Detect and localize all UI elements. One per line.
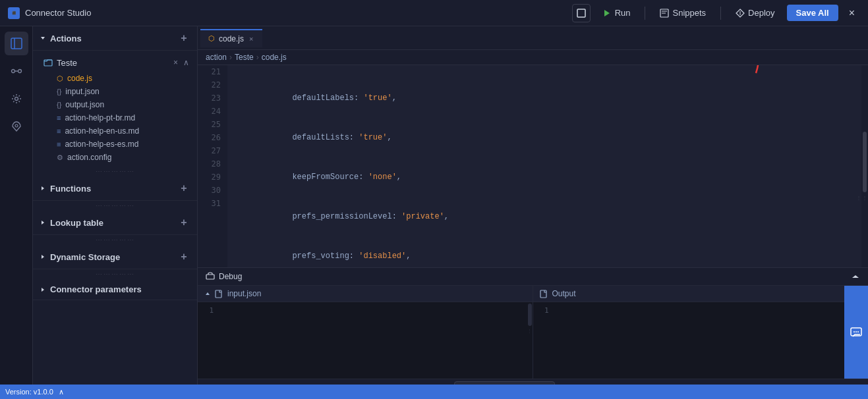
svg-point-27	[855, 331, 857, 332]
svg-point-9	[18, 70, 21, 73]
action-group-header[interactable]: Teste × ∧	[33, 53, 197, 72]
chat-button[interactable]	[844, 286, 868, 379]
add-function-button[interactable]: +	[177, 182, 190, 195]
svg-rect-20	[206, 275, 214, 279]
add-storage-button[interactable]: +	[177, 250, 190, 263]
tab-bar: ⬡ code.js ×	[198, 26, 868, 50]
file-input-json[interactable]: {} input.json	[33, 85, 197, 98]
svg-point-8	[11, 70, 14, 73]
title-bar-left: ◾ Connector Studio	[8, 7, 91, 19]
svg-rect-6	[11, 38, 22, 49]
svg-marker-17	[42, 255, 44, 259]
connection-icon[interactable]	[5, 59, 28, 83]
file-help-en[interactable]: ≡ action-help-en-us.md	[33, 124, 197, 138]
debug-output-content[interactable]: 1	[533, 302, 868, 379]
debug-collapse-icon[interactable]	[851, 272, 860, 281]
md-file-icon-pt: ≡	[57, 114, 61, 122]
svg-marker-21	[852, 275, 859, 278]
sidebar: Actions + Teste × ∧ ⬡ code.js	[33, 26, 198, 399]
title-bar: ◾ Connector Studio Run Snippets Deploy S…	[0, 0, 868, 26]
code-line-22: defaultLists: 'true',	[235, 131, 860, 144]
close-button[interactable]: ×	[844, 5, 860, 22]
svg-rect-0	[577, 9, 585, 17]
editor-area: ⬡ code.js × action › Teste › code.js	[198, 26, 868, 399]
activity-bar	[0, 26, 33, 399]
chevron-right-icon-lookup	[40, 219, 46, 226]
group-close-button[interactable]: ×	[172, 57, 179, 68]
input-scrollbar[interactable]: ⋮⋮⋮	[527, 302, 533, 379]
status-bar: Version: v1.0.0 ∧	[0, 385, 868, 399]
file-code-js[interactable]: ⬡ code.js	[33, 72, 197, 85]
md-file-icon-es: ≡	[57, 140, 61, 148]
code-editor: 21 22 23 24 25 26 27 28 29 30 31 d	[198, 65, 868, 399]
chevron-right-icon-storage	[40, 253, 46, 260]
scrollbar-track[interactable]: ⋮⋮⋮	[861, 65, 868, 267]
svg-rect-14	[44, 60, 52, 66]
main-layout: Actions + Teste × ∧ ⬡ code.js	[0, 26, 868, 399]
rocket-icon[interactable]	[5, 115, 28, 138]
deploy-button[interactable]: Deploy	[729, 5, 781, 20]
svg-marker-13	[41, 37, 45, 40]
code-line-23: keepFromSource: 'none',	[235, 171, 860, 184]
svg-point-12	[15, 124, 18, 127]
input-scrollbar-thumb[interactable]	[528, 304, 532, 327]
add-lookup-button[interactable]: +	[177, 216, 190, 229]
title-bar-right: Run Snippets Deploy Save All ×	[572, 4, 860, 22]
code-text[interactable]: defaultLabels: 'true', defaultLists: 'tr…	[227, 65, 868, 267]
sidebar-toggle-icon[interactable]	[5, 32, 28, 55]
debug-output-header: Output	[533, 286, 868, 302]
file-output-json[interactable]: {} output.json	[33, 98, 197, 111]
debug-input-content[interactable]: 1 ⋮⋮⋮	[198, 302, 533, 379]
drag-handle-1: ⋯⋯⋯⋯⋯	[33, 167, 197, 176]
code-lines: 21 22 23 24 25 26 27 28 29 30 31 d	[198, 65, 868, 267]
file-icon-input	[215, 290, 223, 298]
action-group: Teste × ∧ ⬡ code.js {} input.json {} out…	[33, 51, 197, 167]
chevron-right-icon-functions	[40, 185, 46, 192]
svg-marker-16	[42, 221, 44, 225]
tab-code-js[interactable]: ⬡ code.js ×	[200, 29, 262, 47]
chevron-down-icon	[40, 35, 46, 41]
md-file-icon-en: ≡	[57, 127, 61, 135]
section-connector-params[interactable]: Connector parameters	[33, 279, 197, 300]
debug-header: Debug	[198, 268, 868, 286]
svg-point-28	[857, 331, 859, 332]
maximize-icon[interactable]	[572, 4, 591, 22]
group-expand-button[interactable]: ∧	[182, 57, 190, 68]
divider2	[720, 7, 721, 20]
section-functions[interactable]: Functions +	[33, 176, 197, 201]
code-line-25: prefs_voting: 'disabled',	[235, 250, 860, 263]
debug-input-header: input.json	[198, 286, 533, 302]
drag-handle-4: ⋯⋯⋯⋯⋯	[33, 269, 197, 279]
svg-point-26	[854, 331, 855, 332]
file-help-pt[interactable]: ≡ action-help-pt-br.md	[33, 111, 197, 124]
status-chevron-icon[interactable]: ∧	[59, 388, 64, 396]
section-dynamic-storage[interactable]: Dynamic Storage +	[33, 245, 197, 269]
svg-marker-18	[42, 288, 44, 292]
json-file-icon-input: {}	[57, 88, 61, 95]
code-line-24: prefs_permissionLevel: 'private',	[235, 210, 860, 223]
debug-panel: Debug input.json 1	[198, 267, 868, 399]
svg-rect-23	[216, 290, 221, 298]
debug-body: input.json 1 ⋮⋮⋮	[198, 286, 868, 379]
scrollbar-thumb[interactable]	[863, 132, 867, 192]
section-lookup[interactable]: Lookup table +	[33, 211, 197, 235]
save-all-button[interactable]: Save All	[787, 5, 838, 21]
snippets-button[interactable]: Snippets	[653, 5, 712, 20]
file-help-es[interactable]: ≡ action-help-es-es.md	[33, 138, 197, 151]
add-action-button[interactable]: +	[177, 32, 190, 45]
svg-marker-1	[604, 10, 610, 16]
svg-marker-22	[206, 292, 210, 295]
tab-close-button[interactable]: ×	[248, 35, 254, 43]
section-actions[interactable]: Actions +	[33, 26, 197, 51]
run-button[interactable]: Run	[596, 5, 637, 20]
drag-handle-2: ⋯⋯⋯⋯⋯	[33, 201, 197, 211]
breadcrumb: action › Teste › code.js	[198, 50, 868, 65]
code-content[interactable]: 21 22 23 24 25 26 27 28 29 30 31 d	[198, 65, 868, 267]
settings-icon[interactable]	[5, 87, 28, 111]
debug-icon	[206, 272, 215, 281]
svg-marker-15	[42, 186, 44, 190]
collapse-icon-input[interactable]	[204, 290, 211, 297]
folder-icon	[43, 58, 53, 67]
chevron-right-icon-connector	[40, 286, 46, 293]
file-action-config[interactable]: ⚙ action.config	[33, 151, 197, 164]
